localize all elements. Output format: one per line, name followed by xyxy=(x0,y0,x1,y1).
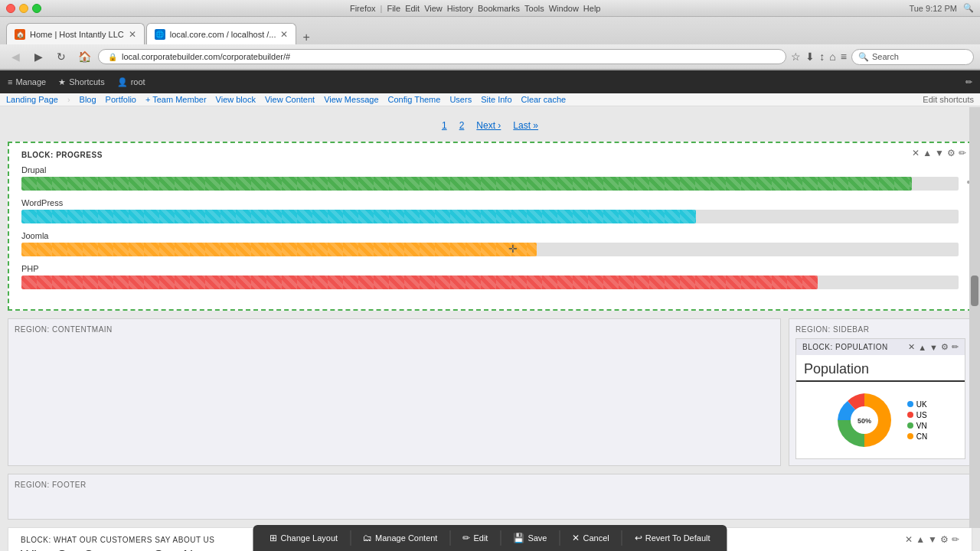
home-button[interactable]: 🏠 xyxy=(75,47,93,66)
change-layout-button[interactable]: ⊞ Change Layout xyxy=(262,530,345,546)
minimize-button[interactable] xyxy=(19,4,28,13)
customers-down-button[interactable]: ▼ xyxy=(928,534,937,545)
page-last-link[interactable]: Last » xyxy=(508,119,543,132)
revert-button[interactable]: ↩ Revert To Default xyxy=(627,530,718,546)
menu-view[interactable]: View xyxy=(424,4,443,13)
search-icon[interactable]: 🔍 xyxy=(963,3,974,13)
shortcuts-bar: Landing Page › Blog Portfolio + Team Mem… xyxy=(0,93,980,106)
customers-edit-button[interactable]: ✏ xyxy=(952,534,959,545)
menu-window[interactable]: Window xyxy=(549,4,579,13)
tab-1-close[interactable]: ✕ xyxy=(129,29,136,40)
tab-1-favicon: 🏠 xyxy=(15,29,25,40)
legend-vn: VN xyxy=(907,422,927,430)
edit-shortcuts-link[interactable]: Edit shortcuts xyxy=(923,95,974,104)
home-nav-icon[interactable]: ⌂ xyxy=(829,51,835,63)
shortcut-site-info[interactable]: Site Info xyxy=(481,95,511,104)
customers-settings-button[interactable]: ⚙ xyxy=(940,534,949,545)
search-label: Search xyxy=(872,52,899,61)
back-button[interactable]: ◀ xyxy=(6,47,24,66)
lock-icon: 🔒 xyxy=(108,53,117,61)
menu-tools[interactable]: Tools xyxy=(524,4,544,13)
manage-item[interactable]: ≡ Manage xyxy=(8,77,46,86)
scrollbar-thumb[interactable] xyxy=(971,276,978,306)
new-tab-button[interactable]: + xyxy=(298,31,314,44)
progress-fill-wordpress xyxy=(21,210,696,223)
pop-down-button[interactable]: ▼ xyxy=(929,342,938,352)
maximize-button[interactable] xyxy=(32,4,41,13)
tab-2-close[interactable]: ✕ xyxy=(280,29,288,40)
shortcut-users[interactable]: Users xyxy=(449,95,472,104)
shortcut-view-message[interactable]: View Message xyxy=(324,95,378,104)
bookmarks-icon[interactable]: ☆ xyxy=(791,51,801,63)
customers-close-button[interactable]: ✕ xyxy=(905,534,913,545)
change-layout-label: Change Layout xyxy=(280,533,338,543)
sync-icon[interactable]: ↕ xyxy=(819,51,825,63)
menu-edit[interactable]: Edit xyxy=(405,4,420,13)
page-next-link[interactable]: Next › xyxy=(472,119,505,132)
legend-cn: CN xyxy=(907,432,927,441)
menu-history[interactable]: History xyxy=(447,4,473,13)
scrollbar[interactable] xyxy=(969,107,980,528)
page-1-link[interactable]: 1 xyxy=(437,119,452,132)
shortcut-landing-page[interactable]: Landing Page xyxy=(6,95,58,104)
progress-row-wordpress: WordPress xyxy=(21,198,959,223)
drag-cursor-icon[interactable]: ✛ xyxy=(508,243,518,255)
browser-search-bar[interactable]: 🔍 Search xyxy=(851,49,974,65)
block-edit-button[interactable]: ✏ xyxy=(959,148,966,158)
shortcuts-item[interactable]: ★ Shortcuts xyxy=(58,77,104,87)
block-down-button[interactable]: ▼ xyxy=(935,148,944,158)
shortcut-portfolio[interactable]: Portfolio xyxy=(106,95,136,104)
downloads-icon[interactable]: ⬇ xyxy=(805,51,815,63)
legend-vn-dot xyxy=(907,422,913,429)
main-content: 1 2 Next › Last » BLOCK: PROGRESS ✕ ▲ ▼ … xyxy=(0,106,980,551)
reload-button[interactable]: ↻ xyxy=(52,47,70,66)
shortcut-team-member[interactable]: + Team Member xyxy=(145,95,207,104)
titlebar-icons: Tue 9:12 PM 🔍 xyxy=(909,3,974,13)
tab-1[interactable]: 🏠 Home | Host Intantly LLC ✕ xyxy=(6,23,145,44)
region-contentmain: REGION: CONTENTMAIN xyxy=(8,318,781,466)
save-button[interactable]: 💾 Save xyxy=(505,530,554,546)
cancel-button[interactable]: ✕ Cancel xyxy=(564,530,616,546)
cancel-icon: ✕ xyxy=(572,533,580,543)
progress-row-drupal: Drupal ✏ xyxy=(21,165,959,191)
progress-label-joomla: Joomla xyxy=(21,231,959,240)
customers-up-button[interactable]: ▲ xyxy=(916,534,925,545)
edit-label: Edit xyxy=(473,533,488,543)
block-settings-button[interactable]: ⚙ xyxy=(947,148,956,158)
progress-fill-joomla xyxy=(21,243,537,256)
tab-2[interactable]: 🌐 local.core.com / localhost /... ✕ xyxy=(146,23,297,44)
shortcut-view-block[interactable]: View block xyxy=(216,95,256,104)
menu-bookmarks[interactable]: Bookmarks xyxy=(478,4,520,13)
shortcut-clear-cache[interactable]: Clear cache xyxy=(521,95,567,104)
close-button[interactable] xyxy=(6,4,15,13)
pop-up-button[interactable]: ▲ xyxy=(918,342,926,352)
menu-file[interactable]: File xyxy=(387,4,400,13)
legend-us-label: US xyxy=(916,411,927,419)
block-up-button[interactable]: ▲ xyxy=(923,148,932,158)
legend-us: US xyxy=(907,411,927,419)
user-item[interactable]: 👤 root xyxy=(117,77,145,87)
pop-settings-button[interactable]: ⚙ xyxy=(941,342,949,352)
forward-button[interactable]: ▶ xyxy=(29,47,47,66)
shortcut-blog[interactable]: Blog xyxy=(80,95,96,104)
page-2-link[interactable]: 2 xyxy=(455,119,469,132)
pop-edit-button[interactable]: ✏ xyxy=(952,342,959,352)
edit-button[interactable]: ✏ Edit xyxy=(455,530,495,546)
region-sidebar: REGION: SIDEBAR BLOCK: POPULATION ✕ ▲ ▼ … xyxy=(789,318,972,466)
pagination: 1 2 Next › Last » xyxy=(0,114,980,137)
shortcut-config-theme[interactable]: Config Theme xyxy=(388,95,441,104)
block-progress-label: BLOCK: PROGRESS xyxy=(21,151,959,159)
svg-text:50%: 50% xyxy=(858,417,871,425)
nav-icons: ☆ ⬇ ↕ ⌂ ≡ xyxy=(791,51,847,63)
menu-help[interactable]: Help xyxy=(583,4,601,13)
legend-cn-label: CN xyxy=(916,432,927,441)
pop-close-button[interactable]: ✕ xyxy=(908,342,915,352)
menu-icon[interactable]: ≡ xyxy=(841,51,847,63)
shortcut-view-content[interactable]: View Content xyxy=(265,95,315,104)
save-icon: 💾 xyxy=(513,533,524,543)
population-title: Population xyxy=(796,355,965,382)
address-bar[interactable]: 🔒 local.corporatebuilder.com/corporatebu… xyxy=(98,49,786,64)
block-close-button[interactable]: ✕ xyxy=(912,148,920,158)
edit-shortcuts-icon[interactable]: ✏ xyxy=(965,77,972,87)
manage-content-button[interactable]: 🗂 Manage Content xyxy=(355,530,445,546)
